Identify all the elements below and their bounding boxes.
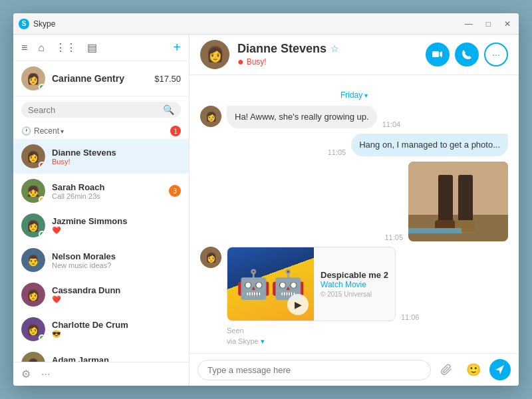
contact-name: Adam Jarman: [52, 355, 181, 362]
contact-name: Nelson Morales: [52, 251, 181, 261]
message-input[interactable]: [198, 360, 431, 380]
search-bar[interactable]: 🔍: [21, 102, 181, 118]
sidebar: ≡ ⌂ ⋮⋮ ▤ + 👩 Carianne Gentry $17.50 🔍: [13, 35, 190, 386]
watch-movie-link[interactable]: Watch Movie: [321, 280, 388, 289]
contact-status-dot-sarah: [39, 196, 45, 203]
contact-status-dot-jazmine: [39, 231, 45, 237]
chat-user-info: Dianne Stevens ☆ ● Busy!: [237, 42, 426, 68]
book-icon[interactable]: ▤: [87, 41, 97, 54]
voice-call-button[interactable]: [455, 43, 479, 66]
chat-contact-status: ● Busy!: [237, 56, 426, 68]
window-controls: — □ ✕: [462, 18, 513, 30]
contact-avatar-charlotte: 👩: [21, 317, 45, 341]
contact-name: Dianne Stevens: [52, 148, 181, 158]
message-bubble-2: Hang on, I managed to get a photo...: [351, 134, 508, 156]
menu-icon[interactable]: ≡: [21, 42, 27, 54]
minimize-button[interactable]: —: [462, 18, 475, 30]
attach-file-button[interactable]: [436, 359, 458, 380]
contact-name: Charlotte De Crum: [52, 320, 181, 330]
contact-status: New music ideas?: [52, 261, 181, 269]
message-time-3: 11:05: [384, 233, 403, 241]
via-skype-label: via Skype ▾: [227, 337, 508, 346]
contact-status: Busy!: [52, 158, 181, 166]
more-icon[interactable]: ···: [41, 368, 50, 380]
contact-info-jazmine: Jazmine Simmons ❤️: [52, 216, 181, 235]
contact-emoji: ❤️: [52, 295, 181, 304]
message-bubble-1: Ha! Awww, she's really growing up.: [227, 106, 377, 128]
user-status-dot: [39, 84, 45, 90]
star-icon[interactable]: ☆: [331, 43, 339, 54]
chat-contact-avatar: 👩: [200, 40, 229, 69]
message-time-2: 11:05: [328, 148, 346, 156]
contact-info-adam: Adam Jarman WFH Wed/Thurs: [52, 355, 181, 362]
contact-info-charlotte: Charlotte De Crum 😎: [52, 320, 181, 338]
via-skype-link[interactable]: ▾: [261, 337, 265, 345]
contact-name: Cassandra Dunn: [52, 285, 181, 295]
contact-item-dianne[interactable]: 👩 Dianne Stevens Busy!: [13, 139, 189, 174]
movie-card: 🤖🤖 ▶ Despicable me 2 Watch Movie © 2015 …: [227, 247, 396, 321]
send-button[interactable]: [489, 359, 511, 380]
message-row-outgoing-1: 11:05 Hang on, I managed to get a photo.…: [200, 134, 508, 156]
clock-icon: 🕐: [21, 126, 31, 136]
contact-list: 👩 Dianne Stevens Busy! 👧 Sarah: [13, 139, 189, 362]
unread-badge-sarah: 3: [169, 185, 181, 197]
contact-info-nelson: Nelson Morales New music ideas?: [52, 251, 181, 269]
contact-status-dot-dianne: [39, 162, 45, 168]
contact-info-dianne: Dianne Stevens Busy!: [52, 148, 181, 166]
chat-area: 👩 Dianne Stevens ☆ ● Busy!: [190, 35, 519, 386]
image-placeholder: [408, 162, 508, 241]
contact-name: Sarah Roach: [52, 182, 169, 192]
contact-status-dot-charlotte: [39, 334, 45, 341]
contact-status: Call 26min 23s: [52, 192, 169, 200]
contact-item-charlotte[interactable]: 👩 Charlotte De Crum 😎: [13, 312, 189, 346]
message-row-outgoing-image: 11:05: [200, 162, 508, 241]
title-bar: S Skype — □ ✕: [13, 13, 519, 35]
svg-rect-0: [432, 51, 439, 57]
message-text-1: Ha! Awww, she's really growing up.: [235, 112, 369, 122]
home-icon[interactable]: ⌂: [38, 42, 45, 54]
svg-rect-8: [408, 228, 462, 233]
day-divider[interactable]: Friday: [200, 88, 508, 100]
contact-item-nelson[interactable]: 👨 Nelson Morales New music ideas?: [13, 243, 189, 277]
emoji-button[interactable]: 🙂: [463, 359, 484, 380]
messages-area: Friday 👩 Ha! Awww, she's really growing …: [190, 75, 519, 353]
more-options-button[interactable]: ···: [484, 43, 508, 66]
contact-avatar-nelson: 👨: [21, 248, 45, 272]
msg-avatar-dianne: 👩: [200, 106, 221, 127]
settings-icon[interactable]: ⚙: [21, 368, 31, 380]
chat-contact-name: Dianne Stevens: [237, 42, 327, 56]
chat-header: 👩 Dianne Stevens ☆ ● Busy!: [190, 35, 519, 75]
contact-item-sarah[interactable]: 👧 Sarah Roach Call 26min 23s 3: [13, 174, 189, 208]
recent-header[interactable]: 🕐 Recent ▾ 1: [13, 123, 189, 139]
add-button[interactable]: +: [173, 40, 181, 55]
contact-avatar-sarah: 👧: [21, 179, 45, 203]
contact-emoji: ❤️: [52, 226, 181, 235]
contact-avatar-jazmine: 👩: [21, 213, 45, 237]
movie-title: Despicable me 2: [321, 270, 388, 280]
svg-marker-1: [440, 51, 442, 57]
message-image: [408, 162, 508, 241]
contact-item-cassandra[interactable]: 👩 Cassandra Dunn ❤️: [13, 277, 189, 312]
window-title: Skype: [33, 19, 462, 29]
contact-item-jazmine[interactable]: 👩 Jazmine Simmons ❤️: [13, 208, 189, 243]
contact-item-adam[interactable]: 👨 Adam Jarman WFH Wed/Thurs: [13, 346, 189, 362]
message-time-4: 11:06: [401, 313, 420, 321]
user-avatar: 👩: [21, 66, 45, 90]
contact-avatar-dianne: 👩: [21, 144, 45, 168]
play-button[interactable]: ▶: [287, 294, 309, 315]
app-icon: S: [19, 19, 29, 29]
recent-badge: 1: [170, 126, 181, 136]
contact-avatar-adam: 👨: [21, 352, 45, 362]
recent-label: Recent: [34, 126, 59, 136]
credit-amount: $17.50: [154, 74, 181, 84]
grid-icon[interactable]: ⋮⋮: [55, 41, 76, 54]
video-call-button[interactable]: [426, 43, 450, 66]
search-input[interactable]: [28, 105, 163, 115]
app-window: S Skype — □ ✕ ≡ ⌂ ⋮⋮ ▤ + 👩: [13, 13, 519, 386]
sidebar-toolbar: ≡ ⌂ ⋮⋮ ▤ +: [13, 35, 189, 61]
contact-info-sarah: Sarah Roach Call 26min 23s: [52, 182, 169, 200]
contact-avatar-cassandra: 👩: [21, 283, 45, 307]
close-button[interactable]: ✕: [501, 18, 513, 30]
contact-name: Jazmine Simmons: [52, 216, 181, 226]
maximize-button[interactable]: □: [483, 18, 493, 30]
